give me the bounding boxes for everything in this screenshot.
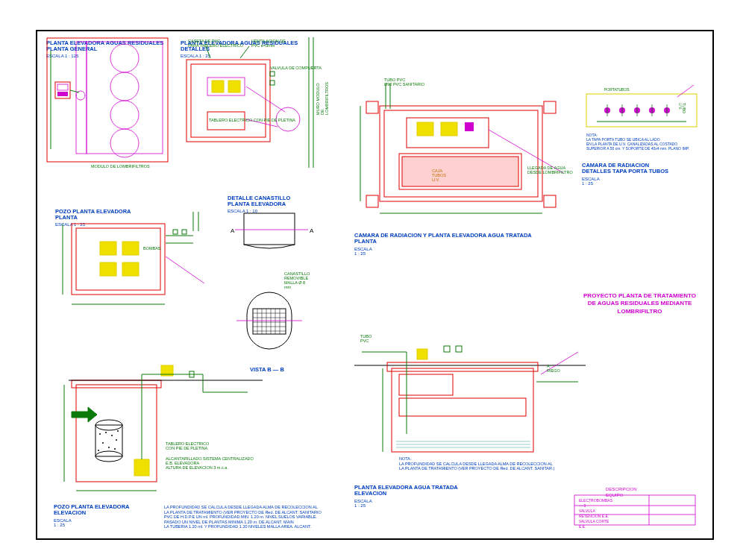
sec-a-l: A [231, 227, 235, 234]
svg-rect-49 [122, 262, 139, 276]
anno-llegada: LLEGADA DE AGUA DESDE LOMBRIFILTRO [527, 166, 573, 174]
svg-rect-90 [441, 122, 457, 136]
svg-rect-115 [456, 346, 462, 352]
anno-uvbox: CAJA TUBOS U.V. [432, 169, 446, 182]
svg-point-73 [117, 430, 119, 432]
note-calc: NOTA :LA PROFUNDIDAD SE CALCULA DESDE LL… [399, 456, 593, 471]
svg-rect-104 [417, 349, 427, 359]
anno-v7-r: A RIEGO [547, 364, 560, 373]
anno-tabl: TABLERO ELECTRICO CON PIE DE PLETINA [166, 441, 209, 450]
svg-rect-18 [212, 81, 224, 92]
svg-rect-103 [387, 362, 538, 371]
svg-rect-45 [76, 228, 160, 290]
tbk-rows: ELECTROBOMBAS — 0VALVULA RETENCION E.E.V… [579, 498, 612, 529]
anno-vent: VENTILACION DE PVC e=3mm [251, 39, 286, 48]
svg-rect-55 [182, 230, 186, 234]
svg-point-68 [116, 439, 117, 441]
anno-valvula: VALVULA DE COMPUERTA [270, 66, 322, 70]
svg-line-56 [166, 257, 204, 283]
svg-line-26 [206, 46, 210, 58]
svg-rect-93 [544, 101, 556, 113]
svg-rect-8 [57, 84, 68, 90]
svg-rect-47 [122, 242, 139, 255]
svg-rect-2 [87, 42, 163, 154]
anno-canast-v: MURO MODULO DE LOMBRIFILTROS [316, 82, 329, 115]
sec-a-r: A [310, 227, 314, 234]
svg-line-129 [677, 85, 694, 97]
tbk-title: DESCRIPCION EQUIPO [606, 486, 637, 499]
svg-rect-25 [270, 81, 275, 85]
anno-canast-lbl: CANASTILLO REMOVIBLEMALLA Ø 8 mm [284, 271, 310, 289]
svg-rect-63 [95, 425, 122, 456]
view-detalles: CASETA DE PVC PARA TABLERO ELECTRICO VEN… [181, 37, 298, 58]
svg-rect-31 [253, 309, 286, 334]
view-planta-general: MODULO DE LOMBRIFILTROS PLANTA ELEVADORA… [46, 37, 163, 58]
svg-rect-94 [366, 195, 378, 207]
svg-point-66 [105, 432, 107, 433]
title-v6: CAMARA DE RADIACION Y PLANTA ELEVADORA A… [354, 233, 532, 245]
svg-rect-54 [173, 230, 178, 234]
svg-rect-46 [100, 242, 116, 255]
title-v5: POZO PLANTA ELEVADORA ELEVACION [54, 504, 130, 517]
note-pozo: LA PROFUNDIDAD SE CALCULA DESDE LLEGADA … [164, 505, 336, 529]
svg-rect-1 [76, 42, 87, 154]
svg-rect-87 [402, 157, 518, 186]
anno-tubopvc: TUBO PVC Ø90 PVC SANITARIO [384, 78, 424, 86]
anno-v7-top: TUBO PVC [360, 334, 372, 343]
svg-rect-60 [72, 380, 161, 388]
project-title: PROYECTO PLANTA DE TRATAMIENTO DE AGUAS … [582, 292, 698, 315]
scale-v8: ESCALA 1 : 25 [582, 177, 599, 186]
view-pozo-planta: BOMBAS POZO PLANTA ELEVADORA PLANTA ESCA… [55, 209, 131, 227]
title-v8: CAMARA DE RADIACION DETALLES TAPA PORTA … [582, 163, 668, 175]
svg-point-69 [102, 442, 104, 444]
svg-rect-24 [270, 72, 275, 76]
svg-rect-16 [191, 64, 266, 137]
svg-point-6 [110, 129, 139, 157]
svg-rect-106 [399, 398, 526, 416]
scale-v5: ESCALA 1 : 25 [54, 518, 71, 527]
svg-point-5 [110, 101, 139, 129]
svg-rect-105 [399, 374, 453, 395]
svg-text:PORTATUBOS: PORTATUBOS [604, 87, 630, 92]
anno-alcant: ALCANTARILLADO SISTEMA CENTRALIZADO E.B.… [166, 456, 254, 470]
svg-rect-9 [57, 92, 68, 96]
svg-point-72 [98, 450, 99, 451]
anno-modulo: MODULO DE LOMBRIFILTROS [91, 164, 150, 169]
svg-rect-114 [444, 346, 450, 352]
svg-rect-89 [417, 122, 433, 136]
title-v3: DETALLE CANASTILLO PLANTA ELEVADORA [228, 195, 290, 208]
svg-point-3 [110, 44, 139, 72]
svg-rect-44 [72, 224, 165, 295]
anno-tapa: TABLERO ELECTRICO CON PIE DE PLETINA [209, 118, 295, 122]
anno-tubouv: TUBO U.V. [677, 103, 686, 113]
scale-v7: ESCALA 1 : 25 [354, 499, 372, 508]
svg-point-71 [114, 448, 116, 450]
svg-rect-19 [228, 81, 240, 92]
drawing-sheet: MODULO DE LOMBRIFILTROS PLANTA ELEVADORA… [36, 30, 714, 540]
svg-rect-48 [100, 262, 116, 276]
svg-line-11 [70, 90, 79, 92]
svg-point-70 [108, 447, 110, 448]
svg-rect-75 [134, 459, 149, 476]
title-v7: PLANTA ELEVADORA AGUA TRATADA ELEVACION [354, 485, 458, 497]
svg-rect-92 [366, 101, 378, 113]
svg-rect-91 [465, 122, 474, 131]
svg-point-67 [111, 435, 113, 436]
svg-marker-74 [72, 407, 97, 422]
anno-bombas: BOMBAS [143, 246, 161, 251]
scale-v6: ESCALA 1 : 25 [354, 247, 372, 256]
svg-rect-102 [392, 368, 533, 452]
anno-caseta: CASETA DE PVC PARA TABLERO ELECTRICO [188, 39, 243, 48]
svg-rect-0 [47, 38, 168, 162]
svg-point-65 [99, 433, 101, 435]
svg-rect-95 [544, 195, 556, 207]
svg-point-4 [110, 72, 139, 101]
view-canastillo: DETALLE CANASTILLO PLANTA ELEVADORA ESCA… [228, 195, 290, 213]
svg-rect-28 [244, 213, 295, 245]
note-uv: NOTA: LA TAPA PORTA TUBO SE UBICA AL LAD… [586, 133, 698, 151]
svg-line-27 [240, 46, 249, 58]
